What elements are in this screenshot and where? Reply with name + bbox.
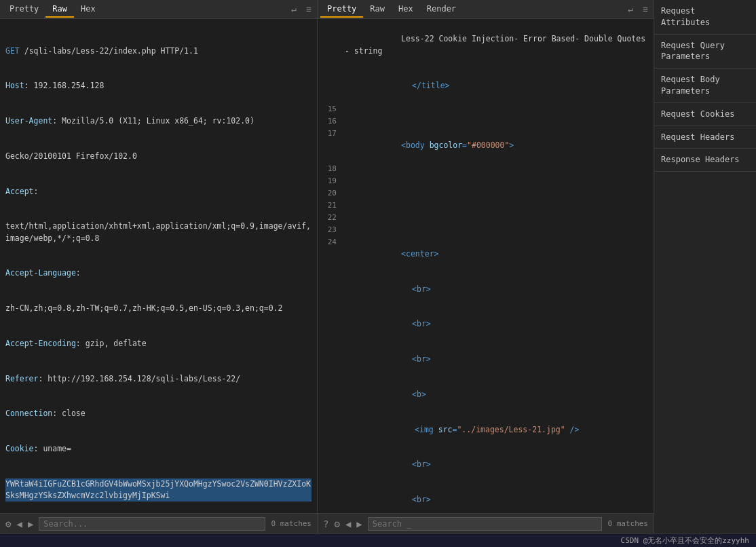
req-line-conn: Connection: close bbox=[5, 408, 311, 419]
line-row: <img src="../images/Less-21.jpg" /> bbox=[318, 412, 654, 447]
line-num: 15 bbox=[318, 104, 342, 115]
line-row: 16 bbox=[318, 116, 654, 128]
left-panel: Pretty Raw Hex ↵ ≡ GET /sqli-labs/Less-2… bbox=[0, 0, 318, 533]
right-panel-cookies[interactable]: Request Cookies bbox=[654, 103, 756, 126]
help-icon-middle[interactable]: ? bbox=[323, 518, 328, 529]
left-tab-bar: Pretty Raw Hex ↵ ≡ bbox=[0, 0, 317, 19]
req-line-enc: Accept-Encoding: gzip, deflate bbox=[5, 338, 311, 350]
line-content: <br> bbox=[342, 447, 654, 483]
line-num: 17 bbox=[318, 128, 342, 140]
line-num: 22 bbox=[318, 212, 342, 224]
line-num: 24 bbox=[318, 237, 342, 248]
right-panel-body-params[interactable]: Request Body Parameters bbox=[654, 69, 756, 103]
line-row: 19 bbox=[318, 176, 654, 188]
left-content-area: GET /sqli-labs/Less-22/index.php HTTP/1.… bbox=[0, 19, 317, 513]
request-text: GET /sqli-labs/Less-22/index.php HTTP/1.… bbox=[5, 22, 311, 513]
line-num: 23 bbox=[318, 225, 342, 236]
line-row: <br> bbox=[318, 483, 654, 513]
line-content: <br> bbox=[342, 483, 654, 513]
line-row: <br> bbox=[318, 271, 654, 307]
line-row: 24 <center> bbox=[318, 237, 654, 272]
req-line-cookie2: YWRtaW4iIGFuZCB1cGRhdGV4bWwoMSxjb25jYXQo… bbox=[5, 478, 311, 502]
middle-bottom-bar: ? ⚙ ◀ ▶ 0 matches bbox=[318, 513, 654, 533]
prev-match-left[interactable]: ◀ bbox=[16, 518, 22, 529]
right-panel-resp-headers[interactable]: Response Headers bbox=[654, 149, 756, 172]
main-container: Pretty Raw Hex ↵ ≡ GET /sqli-labs/Less-2… bbox=[0, 0, 756, 547]
right-panel-request-attributes[interactable]: Request Attributes bbox=[654, 0, 756, 35]
right-panel-query-params[interactable]: Request Query Parameters bbox=[654, 35, 756, 69]
req-line-ref: Referer: http://192.168.254.128/sqli-lab… bbox=[5, 373, 311, 385]
menu-icon-left[interactable]: ≡ bbox=[303, 3, 314, 16]
req-line-accept: Accept: bbox=[5, 186, 311, 197]
wrap-icon-left[interactable]: ↵ bbox=[288, 3, 299, 16]
line-num: 21 bbox=[318, 200, 342, 212]
menu-icon-middle[interactable]: ≡ bbox=[640, 3, 651, 16]
line-row: <br> bbox=[318, 342, 654, 377]
left-tab-icons: ↵ ≡ bbox=[288, 3, 314, 16]
line-row: <br> bbox=[318, 307, 654, 342]
req-line-ua: User-Agent: Mozilla/5.0 (X11; Linux x86_… bbox=[5, 115, 311, 127]
line-content: </title> bbox=[342, 69, 654, 104]
line-num: 16 bbox=[318, 116, 342, 128]
req-line-ua2: Gecko/20100101 Firefox/102.0 bbox=[5, 151, 311, 162]
line-content: <body bgcolor="#000000"> bbox=[342, 128, 654, 164]
line-content: <center> bbox=[342, 237, 654, 272]
left-bottom-bar: ⚙ ◀ ▶ 0 matches bbox=[0, 513, 317, 533]
line-row: 20 bbox=[318, 188, 654, 200]
req-line-1: GET /sqli-labs/Less-22/index.php HTTP/1.… bbox=[5, 45, 311, 57]
line-row: 15 bbox=[318, 104, 654, 116]
line-content: Less-22 Cookie Injection- Error Based- D… bbox=[342, 22, 654, 69]
middle-content-area: Less-22 Cookie Injection- Error Based- D… bbox=[318, 19, 654, 513]
tab-pretty-middle[interactable]: Pretty bbox=[320, 1, 363, 18]
search-input-left[interactable] bbox=[39, 517, 265, 531]
tab-raw-left[interactable]: Raw bbox=[45, 1, 74, 18]
prev-match-middle[interactable]: ◀ bbox=[345, 518, 351, 529]
right-panel: Request Attributes Request Query Paramet… bbox=[654, 0, 756, 533]
search-input-middle[interactable] bbox=[368, 517, 603, 531]
match-count-left: 0 matches bbox=[271, 519, 311, 528]
req-line-lang2: zh-CN,zh;q=0.8,zh-TW;q=0.7,zh-HK;q=0.5,e… bbox=[5, 303, 311, 314]
line-row: <b> bbox=[318, 377, 654, 413]
tab-hex-left[interactable]: Hex bbox=[74, 1, 102, 18]
line-row: 18 bbox=[318, 164, 654, 176]
panels-row: Pretty Raw Hex ↵ ≡ GET /sqli-labs/Less-2… bbox=[0, 0, 756, 533]
tab-raw-middle[interactable]: Raw bbox=[363, 1, 392, 18]
tab-hex-middle[interactable]: Hex bbox=[392, 1, 420, 18]
line-row: 22 bbox=[318, 212, 654, 225]
line-content: <br> bbox=[342, 271, 654, 307]
line-content: <img src="../images/Less-21.jpg" /> bbox=[342, 412, 654, 447]
middle-panel: Pretty Raw Hex Render ↵ ≡ Less-22 Cookie… bbox=[318, 0, 654, 533]
line-row: </title> bbox=[318, 69, 654, 104]
req-line-accept2: text/html,application/xhtml+xml,applicat… bbox=[5, 221, 311, 244]
line-num: 20 bbox=[318, 188, 342, 200]
middle-tab-bar: Pretty Raw Hex Render ↵ ≡ bbox=[318, 0, 654, 19]
match-count-middle: 0 matches bbox=[607, 519, 648, 528]
req-line-cookie: Cookie: uname= bbox=[5, 443, 311, 455]
line-num: 18 bbox=[318, 164, 342, 175]
middle-tab-icons: ↵ ≡ bbox=[625, 3, 651, 16]
req-line-host: Host: 192.168.254.128 bbox=[5, 80, 311, 92]
line-row: <br> bbox=[318, 447, 654, 483]
line-content: <br> bbox=[342, 307, 654, 342]
line-row: 21 bbox=[318, 200, 654, 212]
line-content: <b> bbox=[342, 377, 654, 413]
wrap-icon-middle[interactable]: ↵ bbox=[625, 3, 636, 16]
tab-pretty-left[interactable]: Pretty bbox=[3, 1, 45, 18]
settings-icon-middle[interactable]: ⚙ bbox=[334, 518, 339, 529]
next-match-left[interactable]: ▶ bbox=[28, 518, 33, 529]
req-line-lang: Accept-Language: bbox=[5, 267, 311, 279]
watermark: CSDN @无名小卒且不会安全的zzyyhh bbox=[0, 533, 756, 547]
right-panel-req-headers[interactable]: Request Headers bbox=[654, 126, 756, 149]
settings-icon-left[interactable]: ⚙ bbox=[5, 518, 11, 529]
line-num: 19 bbox=[318, 176, 342, 187]
line-row: 17 <body bgcolor="#000000"> bbox=[318, 128, 654, 164]
line-row: 23 bbox=[318, 225, 654, 237]
line-row: Less-22 Cookie Injection- Error Based- D… bbox=[318, 22, 654, 69]
line-content: <br> bbox=[342, 342, 654, 377]
next-match-middle[interactable]: ▶ bbox=[356, 518, 362, 529]
tab-render-middle[interactable]: Render bbox=[420, 1, 463, 18]
